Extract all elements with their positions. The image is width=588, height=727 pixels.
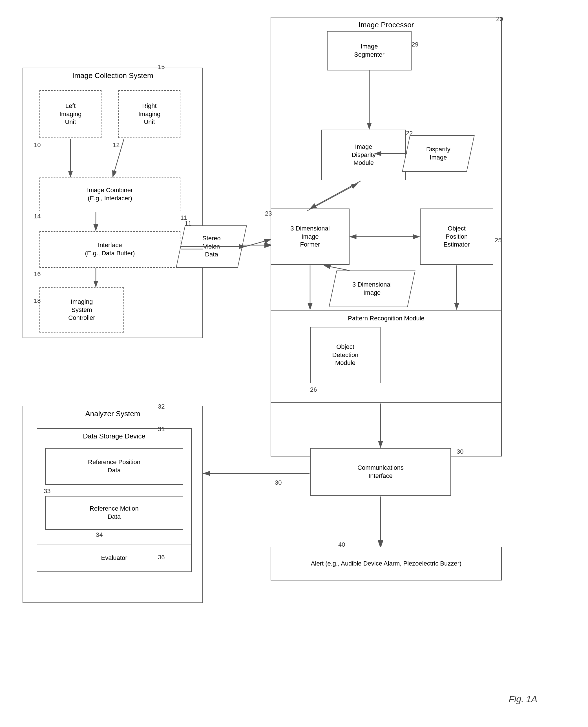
reference-position-data-label: Reference PositionData bbox=[88, 458, 140, 474]
image-processor-label: Image Processor bbox=[359, 20, 414, 30]
image-segmenter-box: ImageSegmenter bbox=[327, 31, 412, 70]
data-storage-device-ref: 31 bbox=[158, 426, 165, 433]
pattern-recognition-module-box: Pattern Recognition Module bbox=[271, 310, 502, 403]
stereo-vision-data-label: StereoVisionData bbox=[203, 234, 221, 259]
three-d-image-former-box: 3 DimensionalImageFormer bbox=[271, 209, 350, 265]
communications-interface-ref-30: 30 bbox=[457, 448, 463, 455]
left-imaging-unit-ref: 10 bbox=[34, 142, 41, 149]
interface-ref: 16 bbox=[34, 271, 41, 278]
evaluator-label: Evaluator bbox=[101, 554, 127, 562]
right-imaging-unit-label: RightImagingUnit bbox=[139, 102, 161, 126]
fig-label: Fig. 1A bbox=[509, 694, 537, 704]
stereo-vision-data-box: StereoVisionData bbox=[176, 226, 247, 268]
image-segmenter-ref: 29 bbox=[412, 41, 418, 48]
analyzer-system-label: Analyzer System bbox=[85, 409, 140, 419]
disparity-image-box: DisparityImage bbox=[402, 135, 475, 172]
reference-motion-data-box: Reference MotionData bbox=[45, 496, 183, 530]
reference-position-data-ref: 33 bbox=[44, 488, 50, 495]
analyzer-system-ref: 32 bbox=[158, 403, 165, 410]
imaging-system-controller-box: ImagingSystemController bbox=[40, 287, 124, 333]
three-d-image-label: 3 DimensionalImage bbox=[352, 281, 392, 297]
right-imaging-unit-ref: 12 bbox=[113, 142, 120, 149]
three-d-image-box: 3 DimensionalImage bbox=[329, 271, 416, 307]
object-position-estimator-box: ObjectPositionEstimator bbox=[420, 209, 493, 265]
imaging-system-controller-ref: 18 bbox=[34, 297, 41, 305]
image-combiner-ref: 14 bbox=[34, 213, 41, 220]
communications-interface-ref-21: 30 bbox=[275, 479, 281, 486]
alert-box: Alert (e.g., Audible Device Alarm, Piezo… bbox=[271, 547, 502, 580]
data-storage-device-label: Data Storage Device bbox=[83, 432, 145, 441]
object-detection-module-box: ObjectDetectionModule bbox=[310, 327, 380, 383]
interface-box: Interface(E.g., Data Buffer) bbox=[40, 231, 181, 268]
object-position-estimator-ref: 25 bbox=[495, 237, 502, 244]
interface-label: Interface(E.g., Data Buffer) bbox=[85, 241, 135, 257]
object-detection-module-ref: 26 bbox=[310, 386, 317, 393]
image-disparity-module-label: ImageDisparityModule bbox=[352, 143, 376, 167]
image-collection-system-ref: 15 bbox=[158, 63, 165, 71]
ref-11: 11 bbox=[181, 214, 187, 221]
image-collection-system-label: Image Collection System bbox=[72, 71, 153, 81]
image-combiner-box: Image Combiner(E.g., Interlacer) bbox=[40, 177, 181, 211]
evaluator-ref: 36 bbox=[158, 554, 165, 561]
image-disparity-module-box: ImageDisparityModule bbox=[321, 130, 406, 180]
disparity-image-label: DisparityImage bbox=[426, 145, 450, 162]
right-imaging-unit-box: RightImagingUnit bbox=[119, 90, 181, 138]
pattern-recognition-module-label: Pattern Recognition Module bbox=[271, 315, 501, 323]
diagram: Image Processor 20 ImageSegmenter 29 Ima… bbox=[0, 0, 588, 727]
reference-motion-data-label: Reference MotionData bbox=[90, 505, 139, 521]
left-imaging-unit-label: LeftImagingUnit bbox=[60, 102, 82, 126]
three-d-image-former-label: 3 DimensionalImageFormer bbox=[290, 224, 330, 249]
reference-motion-data-ref: 34 bbox=[96, 531, 103, 538]
communications-interface-label: CommunicationsInterface bbox=[357, 464, 404, 480]
image-combiner-label: Image Combiner(E.g., Interlacer) bbox=[87, 186, 133, 202]
object-position-estimator-label: ObjectPositionEstimator bbox=[444, 224, 470, 249]
communications-interface-box: CommunicationsInterface bbox=[310, 448, 451, 496]
object-detection-module-label: ObjectDetectionModule bbox=[332, 343, 359, 367]
alert-label: Alert (e.g., Audible Device Alarm, Piezo… bbox=[311, 560, 461, 568]
image-segmenter-label: ImageSegmenter bbox=[354, 43, 384, 59]
three-d-image-former-ref: 23 bbox=[265, 210, 272, 217]
imaging-system-controller-label: ImagingSystemController bbox=[68, 298, 95, 322]
reference-position-data-box: Reference PositionData bbox=[45, 448, 183, 485]
alert-ref: 40 bbox=[338, 541, 345, 548]
evaluator-box: Evaluator bbox=[37, 544, 192, 572]
image-processor-ref: 20 bbox=[496, 16, 503, 23]
left-imaging-unit-box: LeftImagingUnit bbox=[40, 90, 102, 138]
